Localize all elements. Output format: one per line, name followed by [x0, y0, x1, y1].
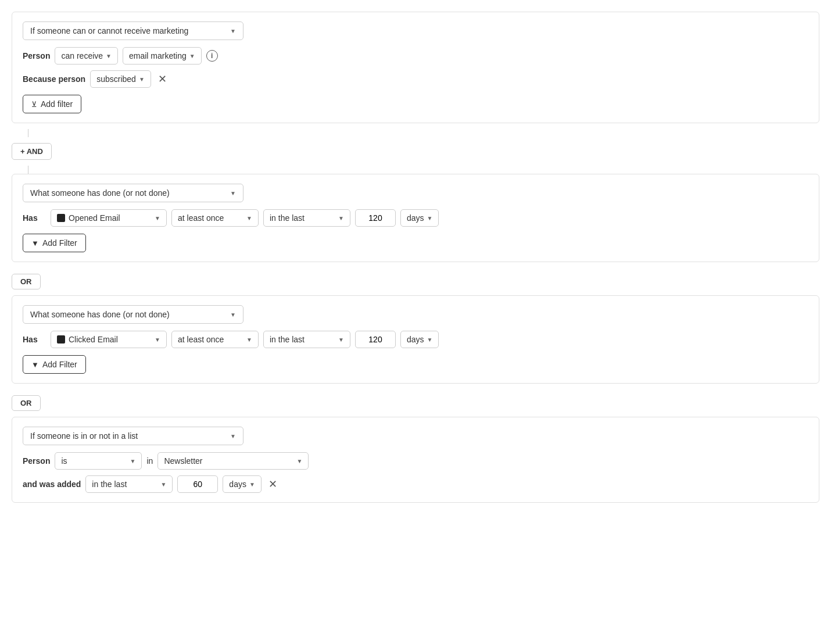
opened-has-label: Has: [23, 213, 46, 223]
opened-event-chevron: ▼: [155, 215, 160, 221]
because-value-dropdown[interactable]: subscribed ▼: [90, 70, 151, 88]
because-chevron: ▼: [139, 76, 145, 83]
clicked-time-qualifier-value: in the last: [270, 335, 305, 344]
clicked-frequency-value: at least once: [178, 335, 224, 344]
list-time-unit-dropdown[interactable]: days ▼: [223, 475, 261, 493]
clicked-has-label: Has: [23, 335, 46, 344]
list-time-qualifier-dropdown[interactable]: in the last ▼: [85, 475, 173, 493]
block-opened-email: What someone has done (or not done) ▼ Ha…: [12, 174, 819, 262]
opened-condition-chevron: ▼: [230, 190, 236, 196]
clicked-event-dropdown[interactable]: Clicked Email ▼: [51, 331, 167, 348]
list-name-value: Newsletter: [164, 456, 202, 466]
add-filter-button-1[interactable]: ⊻ Add filter: [23, 95, 81, 113]
filter-icon-2: ▼: [31, 239, 39, 248]
marketing-type-value: email marketing: [129, 51, 187, 60]
can-receive-chevron: ▼: [106, 53, 112, 59]
marketing-condition-dropdown[interactable]: If someone can or cannot receive marketi…: [23, 22, 243, 40]
marketing-type-dropdown[interactable]: email marketing ▼: [123, 47, 202, 65]
opened-time-unit-dropdown[interactable]: days ▼: [400, 209, 439, 227]
or-button-1[interactable]: OR: [12, 274, 41, 289]
can-receive-dropdown[interactable]: can receive ▼: [55, 47, 118, 65]
because-value: subscribed: [96, 74, 136, 84]
person-row: Person can receive ▼ email marketing ▼ i: [23, 47, 808, 65]
list-time-qualifier-chevron: ▼: [160, 481, 166, 488]
opened-has-row: Has Opened Email ▼ at least once ▼ in th…: [23, 209, 808, 227]
info-icon[interactable]: i: [206, 50, 218, 62]
opened-time-qualifier-dropdown[interactable]: in the last ▼: [263, 209, 350, 227]
can-receive-value: can receive: [61, 51, 103, 60]
opened-frequency-chevron: ▼: [246, 215, 252, 221]
clicked-event-value: Clicked Email: [69, 335, 118, 344]
add-filter-label-2: Add Filter: [42, 238, 77, 248]
opened-time-unit-value: days: [407, 213, 424, 223]
clicked-time-qualifier-dropdown[interactable]: in the last ▼: [263, 331, 350, 348]
list-name-chevron: ▼: [296, 458, 302, 464]
clicked-time-number-input[interactable]: [355, 331, 396, 348]
opened-time-qualifier-value: in the last: [270, 213, 305, 223]
list-person-row: Person is ▼ in Newsletter ▼: [23, 452, 808, 470]
add-filter-label-3: Add Filter: [42, 360, 77, 369]
list-condition-chevron: ▼: [230, 433, 236, 439]
marketing-condition-chevron: ▼: [230, 28, 236, 34]
or-label-2: OR: [20, 399, 32, 407]
clicked-event-icon: [57, 335, 65, 344]
list-person-label: Person: [23, 456, 50, 466]
or-button-2[interactable]: OR: [12, 395, 41, 411]
opened-time-qualifier-chevron: ▼: [338, 215, 344, 221]
opened-condition-dropdown[interactable]: What someone has done (or not done) ▼: [23, 184, 243, 202]
list-condition-dropdown[interactable]: If someone is in or not in a list ▼: [23, 427, 243, 445]
list-is-dropdown[interactable]: is ▼: [55, 452, 142, 470]
list-time-unit-value: days: [229, 480, 246, 489]
opened-frequency-value: at least once: [178, 213, 224, 223]
opened-condition-label: What someone has done (or not done): [30, 188, 170, 198]
list-time-number-input[interactable]: [177, 475, 218, 493]
and-label: + AND: [20, 147, 43, 156]
clicked-event-chevron: ▼: [155, 337, 160, 343]
and-was-added-row: and was added in the last ▼ days ▼ ✕: [23, 475, 808, 493]
add-filter-button-3[interactable]: ▼ Add Filter: [23, 355, 86, 374]
person-label: Person: [23, 51, 50, 60]
opened-event-icon: [57, 214, 65, 222]
list-is-value: is: [61, 456, 67, 466]
clicked-condition-chevron: ▼: [230, 312, 236, 318]
add-filter-button-2[interactable]: ▼ Add Filter: [23, 234, 86, 252]
list-close-button[interactable]: ✕: [266, 479, 280, 489]
marketing-type-chevron: ▼: [189, 53, 195, 59]
filter-icon-3: ▼: [31, 360, 39, 369]
list-condition-label: If someone is in or not in a list: [30, 431, 138, 441]
clicked-frequency-chevron: ▼: [246, 337, 252, 343]
filter-icon-1: ⊻: [31, 100, 37, 109]
clicked-frequency-dropdown[interactable]: at least once ▼: [171, 331, 259, 348]
clicked-time-unit-chevron: ▼: [427, 337, 433, 343]
or-label-1: OR: [20, 277, 32, 286]
block-list-membership: If someone is in or not in a list ▼ Pers…: [12, 417, 819, 503]
marketing-condition-label: If someone can or cannot receive marketi…: [30, 26, 188, 35]
clicked-condition-label: What someone has done (or not done): [30, 310, 170, 319]
list-is-chevron: ▼: [130, 458, 136, 464]
clicked-time-qualifier-chevron: ▼: [338, 337, 344, 343]
add-filter-label-1: Add filter: [41, 99, 73, 109]
clicked-time-unit-dropdown[interactable]: days ▼: [400, 331, 439, 348]
block-marketing-receive: If someone can or cannot receive marketi…: [12, 12, 819, 123]
because-label: Because person: [23, 74, 85, 84]
opened-time-number-input[interactable]: [355, 209, 396, 227]
list-name-dropdown[interactable]: Newsletter ▼: [157, 452, 309, 470]
opened-time-unit-chevron: ▼: [427, 215, 433, 221]
because-row: Because person subscribed ▼ ✕: [23, 70, 808, 88]
and-button[interactable]: + AND: [12, 143, 52, 160]
opened-event-value: Opened Email: [69, 213, 120, 223]
list-time-qualifier-value: in the last: [92, 480, 127, 489]
connector-line-1: [28, 129, 28, 137]
clicked-condition-dropdown[interactable]: What someone has done (or not done) ▼: [23, 305, 243, 324]
list-in-label: in: [146, 456, 153, 466]
block-clicked-email: What someone has done (or not done) ▼ Ha…: [12, 295, 819, 384]
clicked-has-row: Has Clicked Email ▼ at least once ▼ in t…: [23, 331, 808, 348]
because-close-button[interactable]: ✕: [156, 74, 169, 84]
opened-event-dropdown[interactable]: Opened Email ▼: [51, 209, 167, 227]
and-was-added-label: and was added: [23, 480, 81, 489]
clicked-time-unit-value: days: [407, 335, 424, 344]
connector-line-2: [28, 166, 28, 174]
opened-frequency-dropdown[interactable]: at least once ▼: [171, 209, 259, 227]
list-time-unit-chevron: ▼: [249, 481, 255, 488]
